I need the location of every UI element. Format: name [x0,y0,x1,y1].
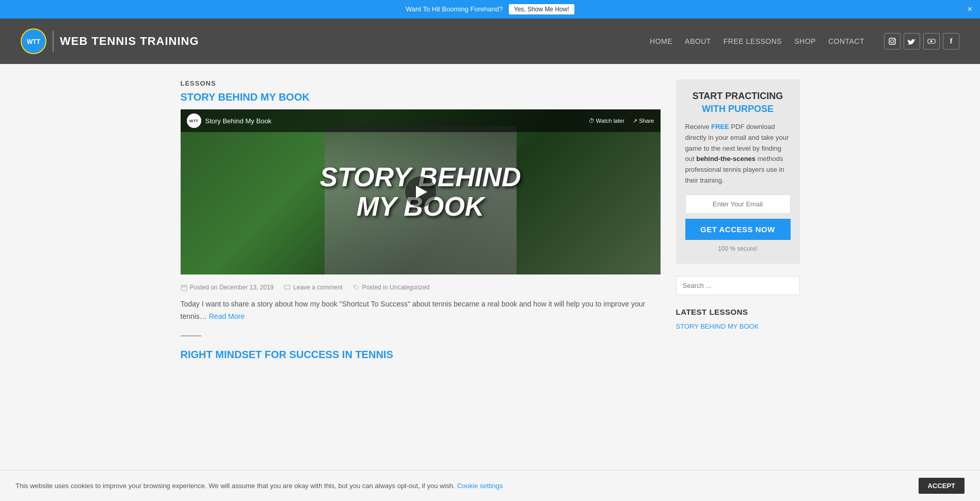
svg-text:WTT: WTT [27,38,41,45]
free-highlight: FREE [711,123,729,131]
main-content: LESSONS STORY BEHIND MY BOOK WTT Story B… [170,79,810,361]
post-divider [181,335,201,336]
nav-home[interactable]: HOME [650,37,672,45]
video-top-bar: WTT Story Behind My Book ⏱ Watch later ↗… [181,109,661,132]
video-title: Story Behind My Book [205,117,272,125]
main-nav: HOME ABOUT FREE LESSONS SHOP CONTACT f [644,33,959,50]
nav-about[interactable]: ABOUT [685,37,711,45]
twitter-icon[interactable] [904,33,920,50]
section-label: LESSONS [181,79,661,87]
sidebar-signup-box: START PRACTICING WITH PURPOSE Receive FR… [676,79,800,264]
youtube-icon[interactable] [923,33,940,50]
left-column: LESSONS STORY BEHIND MY BOOK WTT Story B… [181,79,661,361]
secure-text: 100 % secure! [685,245,791,252]
post-category: Posted in Uncategorized [353,284,430,291]
access-button[interactable]: GET ACCESS NOW [685,219,791,240]
svg-point-4 [894,39,895,40]
watch-later[interactable]: ⏱ Watch later [589,118,624,124]
right-sidebar: START PRACTICING WITH PURPOSE Receive FR… [676,79,800,361]
post1-excerpt: Today I want to share a story about how … [181,298,661,323]
site-title: WEB TENNIS TRAINING [60,35,199,48]
logo-icon: WTT [21,28,46,54]
sidebar-heading: START PRACTICING [685,91,791,102]
instagram-icon[interactable] [884,33,901,50]
post-meta: Posted on December 13, 2019 Leave a comm… [181,284,661,291]
facebook-icon[interactable]: f [943,33,959,50]
logo-area: WTT WEB TENNIS TRAINING [21,28,199,54]
video-top-controls: ⏱ Watch later ↗ Share [589,118,654,124]
svg-rect-7 [181,285,187,290]
nav-shop[interactable]: SHOP [794,37,816,45]
read-more-link[interactable]: Read More [209,312,245,320]
nav-contact[interactable]: CONTACT [828,37,864,45]
social-icons-group: f [881,33,959,50]
search-input[interactable] [676,276,800,295]
share-btn[interactable]: ↗ Share [633,118,654,124]
top-banner: Want To Hit Booming Forehand? Yes, Show … [0,0,980,19]
latest-lessons-label: LATEST LESSONS [676,308,800,316]
svg-rect-2 [889,38,895,44]
play-arrow-icon [416,186,427,198]
svg-marker-6 [930,40,933,43]
banner-cta-button[interactable]: Yes, Show Me How! [509,4,574,14]
nav-free-lessons[interactable]: FREE LESSONS [724,37,782,45]
email-input[interactable] [685,195,791,214]
post-comment[interactable]: Leave a comment [284,284,342,291]
play-button[interactable] [405,176,436,207]
post2-title[interactable]: RIGHT MINDSET FOR SUCCESS IN TENNIS [181,349,393,360]
video-logo: WTT [187,114,201,128]
post-date: Posted on December 13, 2019 [181,284,274,291]
behind-scenes-highlight: behind-the-scenes [696,155,756,163]
post1-title[interactable]: STORY BEHIND MY BOOK [181,91,661,103]
sidebar-heading-blue: WITH PURPOSE [685,104,791,115]
banner-text: Want To Hit Booming Forehand? [406,5,503,13]
sidebar-description: Receive FREE PDF download directly in yo… [685,122,791,186]
close-banner-icon[interactable]: × [968,5,972,14]
latest-item-1[interactable]: STORY BEHIND MY BOOK [676,322,800,330]
video-container[interactable]: WTT Story Behind My Book ⏱ Watch later ↗… [181,109,661,274]
site-header: WTT WEB TENNIS TRAINING HOME ABOUT FREE … [0,19,980,64]
svg-point-3 [891,40,894,43]
logo-divider [53,31,54,52]
